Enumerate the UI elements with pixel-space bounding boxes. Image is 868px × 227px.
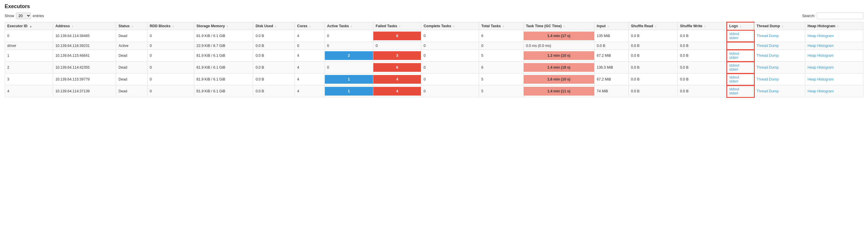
- search-label: Search:: [802, 13, 815, 18]
- sort-icon-logs: ↕: [740, 25, 741, 28]
- active-tasks-value: 1: [325, 75, 373, 84]
- heap-histogram-cell[interactable]: Heap Histogram: [805, 62, 863, 74]
- shuffle-write-cell: 0.0 B: [678, 42, 727, 50]
- heap-histogram-link[interactable]: Heap Histogram: [808, 77, 861, 81]
- complete-tasks-cell: 0: [421, 50, 479, 62]
- total-tasks-cell: 6: [479, 62, 524, 74]
- storage-memory-cell: 81.9 KiB / 6.1 GiB: [194, 62, 253, 74]
- sort-icon-input: ↕: [608, 25, 609, 28]
- thread-dump-cell[interactable]: Thread Dump: [754, 85, 805, 97]
- active-tasks-cell: 1: [324, 85, 373, 97]
- search-input[interactable]: [817, 12, 863, 19]
- show-label: Show: [5, 13, 14, 18]
- col-header-heap-histogram[interactable]: Heap Histogram ↕: [805, 22, 863, 30]
- shuffle-write-cell: 0.0 B: [678, 62, 727, 74]
- col-header-active-tasks[interactable]: Active Tasks ↕: [324, 22, 373, 30]
- col-header-task-time[interactable]: Task Time (GC Time) ↕: [523, 22, 594, 30]
- entries-select[interactable]: 102050100: [16, 12, 31, 19]
- log-link-stderr[interactable]: stderr: [729, 36, 752, 40]
- cores-cell: 0: [294, 42, 324, 50]
- disk-used-cell: 0.0 B: [253, 50, 294, 62]
- thread-dump-cell[interactable]: Thread Dump: [754, 50, 805, 62]
- col-header-shuffle-read[interactable]: Shuffle Read ↕: [628, 22, 678, 30]
- log-link-stderr[interactable]: stderr: [729, 79, 752, 83]
- thread-dump-link[interactable]: Thread Dump: [756, 77, 803, 81]
- shuffle-read-cell: 0.0 B: [628, 85, 678, 97]
- log-link-stderr[interactable]: stderr: [729, 55, 752, 60]
- sort-icon-complete-tasks: ↕: [453, 25, 455, 28]
- col-status-label: Status: [119, 24, 129, 28]
- thread-dump-cell[interactable]: Thread Dump: [754, 42, 805, 50]
- thread-dump-link[interactable]: Thread Dump: [756, 66, 803, 70]
- log-link-stdout[interactable]: stdout: [729, 64, 752, 68]
- heap-histogram-cell[interactable]: Heap Histogram: [805, 42, 863, 50]
- thread-dump-cell[interactable]: Thread Dump: [754, 74, 805, 85]
- complete-tasks-cell: 0: [421, 62, 479, 74]
- storage-memory-cell: 81.9 KiB / 6.1 GiB: [194, 85, 253, 97]
- log-link-stdout[interactable]: stdout: [729, 51, 752, 55]
- col-header-executor-id[interactable]: Executor ID ▲: [5, 22, 53, 30]
- col-header-logs[interactable]: Logs ↕: [727, 22, 754, 30]
- heap-histogram-cell[interactable]: Heap Histogram: [805, 74, 863, 85]
- log-link-stderr[interactable]: stderr: [729, 68, 752, 72]
- thread-dump-link[interactable]: Thread Dump: [756, 53, 803, 58]
- col-header-storage-memory[interactable]: Storage Memory ↕: [194, 22, 253, 30]
- address-cell: 10.139.64.114:37139: [53, 85, 116, 97]
- col-header-failed-tasks[interactable]: Failed Tasks ↕: [373, 22, 421, 30]
- table-controls: Show 102050100 entries Search:: [5, 12, 863, 19]
- col-header-address[interactable]: Address ↕: [53, 22, 116, 30]
- executor-id-cell: 3: [5, 74, 53, 85]
- disk-used-cell: 0.0 B: [253, 62, 294, 74]
- col-input-label: Input: [597, 24, 606, 28]
- thread-dump-link[interactable]: Thread Dump: [756, 34, 803, 38]
- thread-dump-link[interactable]: Thread Dump: [756, 44, 803, 48]
- shuffle-write-cell: 0.0 B: [678, 50, 727, 62]
- sort-icon-status: ↕: [131, 25, 133, 28]
- col-disk-used-label: Disk Used: [255, 24, 273, 28]
- task-time-cell: 1.4 min (18 s): [523, 62, 594, 74]
- sort-icon-shuffle-write: ↕: [704, 25, 706, 28]
- sort-icon-task-time: ↕: [563, 25, 565, 28]
- heap-histogram-link[interactable]: Heap Histogram: [808, 44, 861, 48]
- failed-tasks-cell: 3: [373, 50, 421, 62]
- failed-tasks-cell: 6: [373, 62, 421, 74]
- disk-used-cell: 0.0 B: [253, 42, 294, 50]
- col-header-complete-tasks[interactable]: Complete Tasks ↕: [421, 22, 479, 30]
- heap-histogram-cell[interactable]: Heap Histogram: [805, 85, 863, 97]
- logs-cell: [727, 42, 754, 50]
- heap-histogram-link[interactable]: Heap Histogram: [808, 53, 861, 58]
- log-link-stdout[interactable]: stdout: [729, 32, 752, 36]
- thread-dump-cell[interactable]: Thread Dump: [754, 30, 805, 42]
- col-header-cores[interactable]: Cores ↕: [294, 22, 324, 30]
- heap-histogram-cell[interactable]: Heap Histogram: [805, 50, 863, 62]
- heap-histogram-cell[interactable]: Heap Histogram: [805, 30, 863, 42]
- heap-histogram-link[interactable]: Heap Histogram: [808, 34, 861, 38]
- col-header-disk-used[interactable]: Disk Used ↕: [253, 22, 294, 30]
- col-header-status[interactable]: Status ↕: [116, 22, 147, 30]
- col-header-thread-dump[interactable]: Thread Dump ↕: [754, 22, 805, 30]
- table-row: 210.139.64.114:42355Dead081.9 KiB / 6.1 …: [5, 62, 863, 74]
- log-link-stdout[interactable]: stdout: [729, 75, 752, 79]
- col-header-total-tasks[interactable]: Total Tasks ↕: [479, 22, 524, 30]
- shuffle-write-cell: 0.0 B: [678, 85, 727, 97]
- thread-dump-link[interactable]: Thread Dump: [756, 89, 803, 93]
- active-tasks-value: 2: [325, 51, 373, 60]
- heap-histogram-link[interactable]: Heap Histogram: [808, 66, 861, 70]
- total-tasks-cell: 5: [479, 74, 524, 85]
- log-link-stderr[interactable]: stderr: [729, 91, 752, 95]
- sort-icon-rdd-blocks: ↕: [173, 25, 174, 28]
- log-link-stdout[interactable]: stdout: [729, 87, 752, 91]
- active-tasks-cell: 0: [324, 30, 373, 42]
- task-time-cell: 1.6 min (10 s): [523, 74, 594, 85]
- shuffle-read-cell: 0.0 B: [628, 30, 678, 42]
- heap-histogram-link[interactable]: Heap Histogram: [808, 89, 861, 93]
- task-time-value: 1.6 min (10 s): [524, 75, 594, 84]
- disk-used-cell: 0.0 B: [253, 30, 294, 42]
- shuffle-write-cell: 0.0 B: [678, 30, 727, 42]
- thread-dump-cell[interactable]: Thread Dump: [754, 62, 805, 74]
- col-header-input[interactable]: Input ↕: [594, 22, 628, 30]
- col-header-rdd-blocks[interactable]: RDD Blocks ↕: [147, 22, 194, 30]
- col-header-shuffle-write[interactable]: Shuffle Write ↕: [678, 22, 727, 30]
- sort-icon-cores: ↕: [309, 25, 311, 28]
- complete-tasks-cell: 0: [421, 42, 479, 50]
